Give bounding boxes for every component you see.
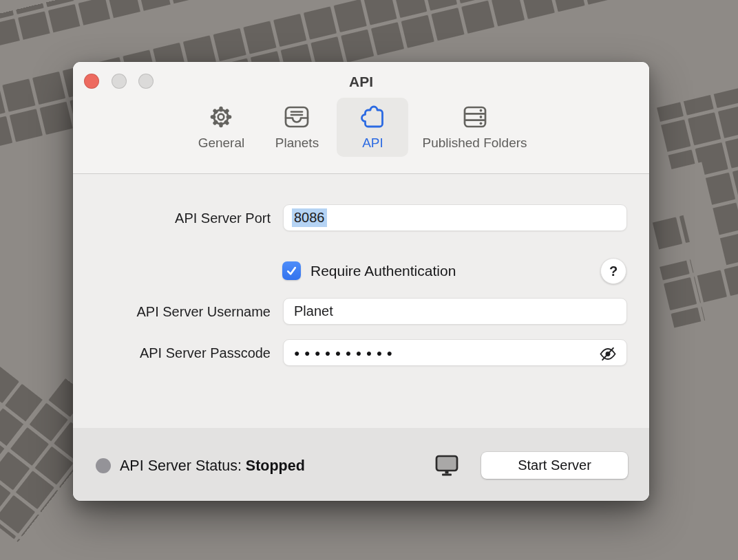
tab-label: Published Folders	[422, 135, 527, 151]
zoom-button[interactable]	[138, 74, 154, 89]
tab-planets[interactable]: Planets	[261, 98, 333, 157]
passcode-label: API Server Passcode	[73, 339, 271, 367]
port-input[interactable]: 8086	[283, 204, 627, 231]
username-label: API Server Username	[73, 298, 271, 325]
status-value: Stopped	[246, 457, 305, 474]
window-title: API	[73, 62, 649, 100]
tab-api[interactable]: API	[337, 98, 408, 157]
passcode-masked-value: ●●●●●●●●●●	[294, 338, 397, 367]
start-server-button[interactable]: Start Server	[481, 452, 628, 479]
passcode-input[interactable]: ●●●●●●●●●●	[283, 339, 627, 366]
window-chrome: API	[73, 62, 649, 174]
traffic-lights	[84, 74, 154, 89]
reveal-passcode-button[interactable]	[597, 344, 619, 363]
port-label: API Server Port	[73, 204, 271, 232]
minimize-button[interactable]	[112, 74, 127, 89]
server-status-text: API Server Status: Stopped	[120, 457, 305, 475]
tray-icon	[282, 103, 312, 131]
username-value: Planet	[294, 303, 333, 319]
status-label: API Server Status:	[120, 457, 242, 474]
require-auth-checkbox[interactable]	[282, 261, 301, 280]
status-dot	[96, 458, 111, 473]
eye-slash-icon	[598, 345, 618, 363]
port-value-selected-text: 8086	[292, 208, 327, 227]
require-auth-label: Require Authentication	[310, 262, 456, 280]
settings-window: API	[73, 62, 649, 501]
gear-icon	[206, 103, 236, 131]
tab-label: General	[198, 135, 245, 151]
help-button-label: ?	[609, 263, 618, 279]
checkmark-icon	[284, 263, 299, 278]
tab-published-folders[interactable]: Published Folders	[412, 98, 536, 157]
toolbar: General Planets	[73, 98, 649, 157]
tab-label: Planets	[275, 135, 319, 151]
monitor-icon[interactable]	[432, 451, 462, 482]
puzzle-icon	[357, 103, 388, 131]
server-stack-icon	[460, 103, 490, 131]
close-button[interactable]	[84, 74, 99, 89]
tab-general[interactable]: General	[185, 98, 257, 157]
tab-label: API	[362, 135, 383, 151]
help-button[interactable]: ?	[600, 258, 626, 284]
username-input[interactable]: Planet	[283, 298, 627, 325]
